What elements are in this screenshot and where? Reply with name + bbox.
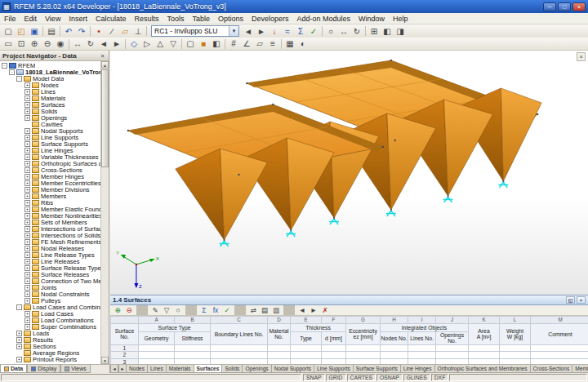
table-close-icon[interactable]: × (577, 296, 586, 304)
tree-expander-icon[interactable] (9, 69, 15, 75)
show-results-icon[interactable]: ≈ (281, 25, 294, 37)
new-support-icon[interactable]: ⊥ (131, 25, 145, 37)
show-all-icon[interactable]: ◉ (54, 38, 67, 50)
tree-expander-icon[interactable] (16, 357, 22, 362)
solid-display-icon[interactable]: ■ (197, 38, 210, 50)
separator[interactable] (146, 26, 147, 36)
tree-expander-icon[interactable] (24, 187, 30, 193)
tree-expander-icon[interactable] (24, 200, 30, 206)
redo-icon[interactable]: ↷ (75, 25, 88, 37)
filter-icon[interactable]: ▽ (161, 305, 172, 315)
menu-item[interactable]: Edit (20, 14, 42, 24)
menu-item[interactable]: Calculate (91, 14, 131, 24)
tree-expander-icon[interactable] (24, 161, 30, 167)
tree-expander-icon[interactable] (24, 207, 30, 212)
view-in-z-icon[interactable]: ▽ (167, 38, 180, 50)
next-load-case-icon[interactable]: ► (255, 25, 268, 37)
table-tab[interactable]: Line Hinges (401, 365, 435, 373)
tree-expander-icon[interactable] (24, 298, 30, 304)
separator[interactable] (69, 39, 69, 49)
isometric-view-icon[interactable]: ◇ (127, 38, 140, 50)
tree-expander-icon[interactable] (24, 180, 30, 186)
export-icon[interactable]: ⇄ (247, 305, 259, 315)
print-icon[interactable]: ▤ (45, 25, 58, 37)
table-cell[interactable] (139, 352, 175, 358)
table-cell[interactable] (381, 352, 408, 358)
tree-expander-icon[interactable] (24, 115, 30, 121)
fe-mesh-icon[interactable]: ▦ (283, 38, 296, 50)
tree-expander-icon[interactable] (24, 246, 30, 251)
tree-expander-icon[interactable] (24, 135, 30, 140)
tree-expander-icon[interactable] (24, 148, 30, 153)
tree-expander-icon[interactable] (24, 278, 30, 284)
tree-expander-icon[interactable] (24, 102, 30, 108)
navigator-scrollbar[interactable]: ▲ ▼ (100, 61, 109, 364)
grid-icon[interactable]: # (227, 38, 240, 50)
table-cell[interactable] (211, 352, 268, 358)
zoom-in-icon[interactable]: ⊕ (28, 38, 41, 50)
tree-expander-icon[interactable] (24, 265, 30, 271)
table-cell[interactable] (175, 344, 211, 351)
table-cell[interactable] (322, 344, 346, 351)
column-letter[interactable]: F (322, 317, 346, 324)
table-cell[interactable] (469, 352, 500, 358)
column-letter[interactable]: B (175, 317, 211, 324)
table-cell[interactable] (469, 358, 500, 364)
previous-load-case-icon[interactable]: ◄ (242, 25, 255, 37)
tree-expander-icon[interactable] (16, 344, 22, 349)
print-table-icon[interactable]: ▤ (259, 305, 270, 315)
table-tab[interactable]: Line Supports (314, 365, 354, 373)
table-cell[interactable] (175, 358, 211, 364)
zoom-icon[interactable]: ○ (324, 25, 337, 37)
work-plane-icon[interactable]: ▱ (253, 38, 266, 50)
open-model-icon[interactable]: ◰ (15, 25, 28, 37)
tree-expander-icon[interactable] (24, 167, 30, 173)
menu-item[interactable]: Tools (163, 14, 188, 24)
table-tab[interactable]: Nodes (127, 365, 148, 373)
tree-expander-icon[interactable] (24, 291, 30, 297)
table-cell[interactable] (322, 352, 346, 358)
table-cell[interactable] (268, 358, 291, 364)
table-cell[interactable] (408, 358, 436, 364)
zoom-window-icon[interactable]: ⊡ (15, 38, 28, 50)
table-cell[interactable] (436, 352, 469, 358)
show-loads-icon[interactable]: ↓ (268, 25, 281, 37)
menu-item[interactable]: Insert (65, 14, 91, 24)
menu-item[interactable]: Add-on Modules (293, 14, 355, 24)
nodal-support-symbols[interactable] (220, 182, 509, 247)
table-tab[interactable]: Solids (222, 365, 243, 373)
separator[interactable] (281, 39, 282, 49)
tree-expander-icon[interactable] (24, 324, 30, 330)
table-settings-icon[interactable]: ▥ (270, 305, 282, 315)
new-node-icon[interactable]: • (92, 25, 105, 37)
tree-expander-icon[interactable] (24, 220, 30, 225)
previous-view-icon[interactable]: ◄ (97, 38, 110, 50)
table-cell[interactable] (500, 344, 531, 351)
tabs-scroll-right-icon[interactable]: ► (118, 365, 127, 373)
menu-item[interactable]: Results (130, 14, 163, 24)
column-letter[interactable]: G (346, 317, 381, 324)
tree-expander-icon[interactable] (16, 304, 22, 310)
table-cell[interactable] (381, 344, 408, 351)
separator[interactable] (365, 26, 366, 36)
pan-icon[interactable]: ↔ (337, 25, 350, 37)
column-letter[interactable]: J (436, 317, 469, 324)
table-cell[interactable] (531, 352, 588, 358)
wireframe-display-icon[interactable]: ▢ (184, 38, 197, 50)
sum-icon[interactable]: Σ (198, 305, 210, 315)
table-cell[interactable] (531, 358, 588, 364)
separator[interactable] (234, 305, 246, 315)
view-in-x-icon[interactable]: ▷ (140, 38, 154, 50)
tree-item[interactable]: Super Combinations (0, 323, 100, 330)
tree-expander-icon[interactable] (24, 239, 30, 245)
find-icon[interactable]: ○ (172, 305, 184, 315)
save-icon[interactable]: ▣ (28, 25, 41, 37)
table-cell[interactable] (291, 344, 322, 351)
navigator-tab[interactable]: Display (27, 365, 60, 373)
close-table-icon[interactable]: ✗ (319, 305, 331, 315)
separator[interactable] (283, 305, 295, 315)
menu-item[interactable]: File (0, 14, 20, 24)
new-model-icon[interactable]: ▢ (2, 25, 15, 37)
table-cell[interactable] (469, 344, 500, 351)
scroll-down-icon[interactable]: ▼ (101, 357, 109, 364)
